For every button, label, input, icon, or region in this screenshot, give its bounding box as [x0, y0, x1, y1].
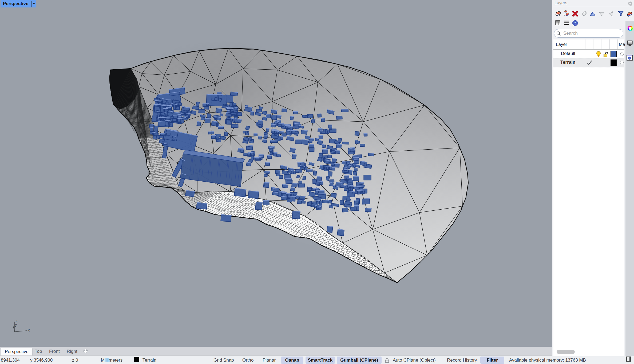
svg-text:?: ? [574, 21, 576, 25]
svg-text:x: x [28, 328, 30, 332]
svg-text:?: ? [629, 57, 631, 60]
svg-text:y: y [15, 322, 17, 327]
